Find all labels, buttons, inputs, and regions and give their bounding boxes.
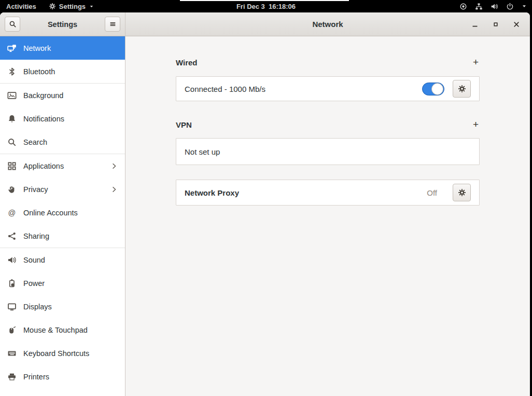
wired-section-header: Wired + [176, 56, 480, 69]
sound-icon [7, 255, 17, 265]
network-proxy-label: Network Proxy [185, 188, 427, 197]
bluetooth-icon [7, 67, 17, 76]
menu-button[interactable] [105, 17, 120, 32]
keyboard-icon [7, 349, 17, 358]
app-menu-label: Settings [59, 3, 86, 10]
hamburger-icon [109, 20, 117, 28]
wired-section-title: Wired [176, 58, 198, 67]
background-icon [7, 91, 17, 100]
sidebar-item-online-accounts[interactable]: @ Online Accounts [0, 201, 125, 224]
proxy-settings-button[interactable] [453, 184, 471, 201]
sidebar-item-search[interactable]: Search [0, 130, 125, 154]
settings-window: Settings Network Bluetooth Background No… [0, 12, 530, 396]
record-indicator-icon [459, 3, 467, 10]
sidebar-item-keyboard-shortcuts[interactable]: Keyboard Shortcuts [0, 342, 125, 365]
maximize-button[interactable] [492, 20, 500, 29]
clock-focus-line [180, 0, 349, 1]
network-proxy-row[interactable]: Network Proxy Off [176, 180, 479, 205]
sidebar-item-applications[interactable]: Applications [0, 154, 125, 177]
chevron-right-icon [110, 186, 118, 193]
chevron-down-icon [522, 4, 527, 9]
search-icon [9, 20, 17, 28]
wired-settings-button[interactable] [453, 80, 471, 98]
displays-icon [7, 302, 17, 311]
gear-icon [458, 85, 466, 93]
add-wired-button[interactable]: + [472, 58, 480, 67]
power-icon [506, 3, 514, 10]
wired-connection-row[interactable]: Connected - 1000 Mb/s [176, 77, 479, 101]
sidebar-nav: Network Bluetooth Background Notificatio… [0, 36, 125, 396]
close-button[interactable] [512, 20, 521, 29]
page-title: Network [125, 20, 530, 29]
add-vpn-button[interactable]: + [472, 120, 480, 129]
notifications-icon [7, 114, 17, 124]
system-tray[interactable] [459, 0, 532, 12]
sidebar-item-privacy[interactable]: Privacy [0, 177, 125, 201]
svg-text:@: @ [8, 208, 16, 216]
network-wired-icon [475, 3, 483, 10]
sidebar-item-background[interactable]: Background [0, 84, 125, 107]
headerbar: Network [125, 12, 530, 36]
top-bar: Activities Settings Fri Dec 3 16:18:06 [0, 0, 532, 12]
online-accounts-icon: @ [7, 208, 17, 217]
wired-connection-label: Connected - 1000 Mb/s [185, 85, 422, 93]
vpn-status-row: Not set up [176, 139, 479, 165]
vpn-card: Not set up [176, 138, 480, 165]
sidebar-item-mouse-touchpad[interactable]: Mouse & Touchpad [0, 318, 125, 342]
network-proxy-status: Off [427, 188, 437, 197]
privacy-icon [7, 185, 17, 194]
activities-button[interactable]: Activities [0, 0, 43, 12]
applications-icon [7, 161, 17, 171]
chevron-right-icon [110, 162, 118, 170]
sidebar-item-power[interactable]: Power [0, 271, 125, 295]
volume-icon [491, 3, 498, 10]
window-controls [471, 20, 530, 29]
activities-label: Activities [6, 3, 36, 10]
vpn-status-label: Not set up [185, 147, 471, 156]
wired-toggle[interactable] [422, 83, 444, 95]
network-icon [7, 44, 17, 53]
vpn-section-title: VPN [176, 120, 192, 129]
network-content: Wired + Connected - 1000 Mb/s [125, 36, 530, 396]
network-proxy-card: Network Proxy Off [176, 180, 480, 206]
sidebar-item-printers[interactable]: Printers [0, 365, 125, 388]
vpn-section-header: VPN + [176, 118, 480, 131]
sidebar: Settings Network Bluetooth Background No… [0, 12, 125, 396]
sidebar-item-sound[interactable]: Sound [0, 248, 125, 271]
sharing-icon [7, 231, 17, 241]
mouse-icon [7, 325, 17, 335]
app-menu-button[interactable]: Settings [43, 0, 100, 12]
power-icon [7, 279, 17, 288]
clock[interactable]: Fri Dec 3 16:18:06 [236, 3, 296, 10]
sidebar-item-displays[interactable]: Displays [0, 295, 125, 318]
sidebar-header: Settings [0, 12, 125, 36]
sidebar-item-network[interactable]: Network [0, 36, 125, 60]
sidebar-item-bluetooth[interactable]: Bluetooth [0, 60, 125, 83]
search-button[interactable] [5, 17, 20, 32]
wired-card: Connected - 1000 Mb/s [176, 76, 480, 101]
gear-icon [458, 188, 466, 197]
search-icon [7, 138, 17, 147]
sidebar-item-notifications[interactable]: Notifications [0, 107, 125, 130]
chevron-down-icon [89, 4, 94, 9]
sidebar-item-sharing[interactable]: Sharing [0, 224, 125, 248]
main-panel: Network Wired + Connected - 1000 Mb/s [125, 12, 530, 396]
toggle-knob [431, 83, 443, 95]
gear-icon [49, 3, 56, 10]
printer-icon [7, 372, 17, 381]
minimize-button[interactable] [471, 20, 479, 29]
